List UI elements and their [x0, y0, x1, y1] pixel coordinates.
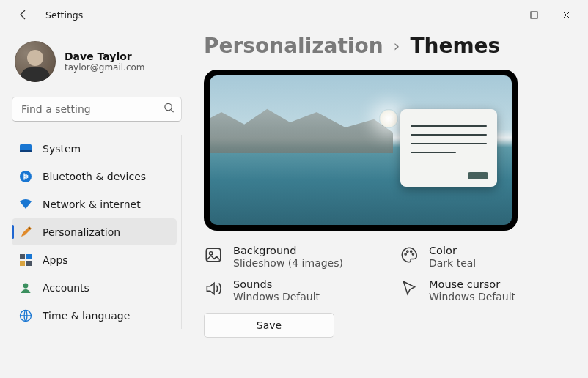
paintbrush-icon: [19, 226, 32, 239]
palette-icon: [400, 245, 419, 264]
svg-rect-11: [206, 248, 221, 261]
breadcrumb-current: Themes: [410, 34, 500, 58]
theme-setting-cursor[interactable]: Mouse cursor Windows Default: [400, 278, 573, 303]
nav-list: System Bluetooth & devices Network & int…: [12, 135, 182, 329]
maximize-icon: [530, 11, 538, 19]
svg-point-4: [20, 171, 32, 182]
sidebar: Dave Taylor taylor@gmail.com System Bl: [0, 29, 191, 378]
preview-window-card: [400, 109, 497, 187]
svg-point-12: [210, 252, 213, 255]
account-email: taylor@gmail.com: [65, 62, 145, 73]
system-icon: [19, 142, 32, 155]
theme-preview: [204, 70, 518, 231]
breadcrumb: Personalization › Themes: [204, 34, 573, 58]
svg-rect-6: [26, 254, 32, 259]
search-input[interactable]: [12, 97, 182, 122]
sidebar-item-label: Personalization: [43, 226, 120, 238]
theme-setting-color[interactable]: Color Dark teal: [400, 244, 573, 269]
sidebar-item-bluetooth[interactable]: Bluetooth & devices: [12, 163, 177, 190]
svg-rect-0: [531, 12, 537, 18]
setting-label: Color: [429, 244, 476, 257]
account-name: Dave Taylor: [65, 51, 145, 62]
sidebar-item-apps[interactable]: Apps: [12, 246, 177, 273]
svg-rect-5: [20, 254, 25, 259]
sidebar-item-label: Time & language: [43, 310, 130, 322]
chevron-right-icon: ›: [394, 37, 400, 55]
account-block[interactable]: Dave Taylor taylor@gmail.com: [12, 38, 182, 92]
sidebar-item-personalization[interactable]: Personalization: [12, 218, 177, 245]
save-button[interactable]: Save: [204, 313, 334, 338]
svg-rect-7: [20, 261, 25, 266]
sidebar-item-time-language[interactable]: Time & language: [12, 302, 177, 329]
setting-value: Slideshow (4 images): [233, 257, 343, 269]
close-button[interactable]: [550, 4, 582, 26]
sidebar-item-label: System: [43, 143, 81, 155]
theme-setting-background[interactable]: Background Slideshow (4 images): [204, 244, 378, 269]
svg-point-9: [23, 283, 29, 288]
theme-preview-screen: [210, 75, 512, 225]
window-title: Settings: [45, 10, 83, 21]
bluetooth-icon: [19, 170, 32, 183]
sidebar-item-accounts[interactable]: Accounts: [12, 274, 177, 301]
picture-icon: [204, 245, 223, 264]
setting-label: Mouse cursor: [429, 278, 515, 291]
arrow-left-icon: [18, 9, 29, 21]
search-icon: [163, 103, 174, 116]
setting-label: Sounds: [233, 278, 320, 291]
svg-rect-8: [26, 261, 32, 266]
svg-point-15: [411, 251, 412, 252]
globe-icon: [19, 309, 32, 322]
breadcrumb-parent[interactable]: Personalization: [204, 34, 383, 58]
theme-setting-sounds[interactable]: Sounds Windows Default: [204, 278, 378, 303]
titlebar: Settings: [0, 0, 588, 29]
svg-point-1: [165, 103, 172, 110]
svg-rect-3: [20, 150, 32, 152]
cursor-icon: [400, 279, 419, 298]
sidebar-item-label: Apps: [43, 254, 68, 266]
back-button[interactable]: [15, 6, 32, 23]
setting-label: Background: [233, 244, 343, 257]
sidebar-item-system[interactable]: System: [12, 135, 177, 162]
sidebar-item-network[interactable]: Network & internet: [12, 190, 177, 218]
minimize-button[interactable]: [485, 4, 518, 26]
sound-icon: [204, 279, 223, 298]
svg-point-14: [407, 251, 408, 252]
setting-value: Windows Default: [429, 291, 515, 303]
search-box[interactable]: [12, 97, 182, 122]
maximize-button[interactable]: [518, 4, 550, 26]
sidebar-item-label: Bluetooth & devices: [43, 171, 146, 182]
avatar: [15, 41, 56, 82]
svg-point-16: [412, 253, 414, 255]
setting-value: Windows Default: [233, 291, 320, 303]
svg-point-13: [405, 253, 406, 255]
accounts-icon: [19, 281, 32, 294]
main-content: Personalization › Themes Background: [191, 29, 588, 378]
minimize-icon: [498, 11, 506, 19]
wifi-icon: [19, 198, 32, 211]
sidebar-item-label: Network & internet: [43, 199, 141, 210]
sidebar-item-label: Accounts: [43, 282, 89, 294]
setting-value: Dark teal: [429, 257, 476, 269]
apps-icon: [19, 253, 32, 267]
close-icon: [562, 11, 570, 19]
